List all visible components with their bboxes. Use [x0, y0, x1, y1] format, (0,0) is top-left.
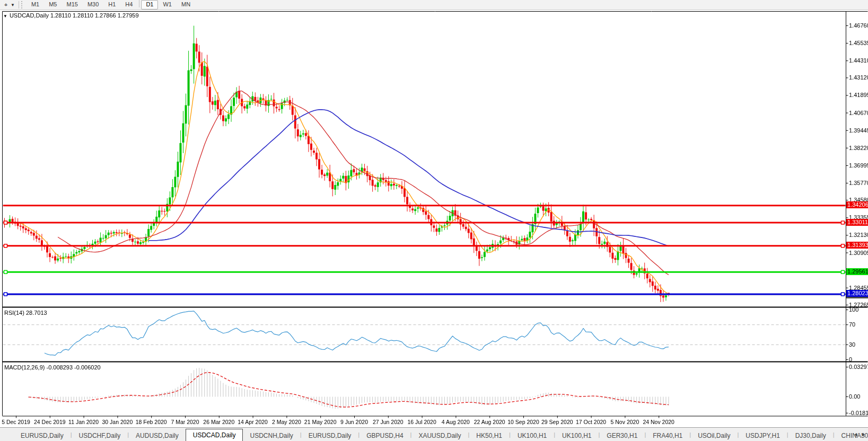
price-axis-label: 1.36995	[849, 162, 868, 169]
level-price-badge: 1.29561	[846, 268, 868, 275]
price-axis-label: 1.32130	[849, 232, 868, 238]
chart-tab-fra40-h1[interactable]: FRA40,H1	[646, 430, 689, 441]
timeframe-button-h4[interactable]: H4	[120, 0, 137, 10]
rsi-axis-label: 70	[849, 321, 855, 328]
price-axis-label: 1.45535	[849, 40, 868, 46]
chart-tab-eurusd-daily[interactable]: EURUSD,Daily	[302, 430, 358, 441]
macd-axis-label: 0.032972	[849, 364, 868, 370]
date-axis-label: 18 Feb 2020	[136, 419, 167, 425]
chart-tab-ger30-h1[interactable]: GER30,H1	[600, 430, 644, 441]
date-axis-label: 17 Oct 2020	[576, 419, 606, 425]
chart-tab-usdcnh-daily[interactable]: USDCNH,Daily	[243, 430, 300, 441]
chart-title-text: USDCAD,Daily 1.28110 1.28110 1.27866 1.2…	[10, 12, 139, 19]
timeframe-button-m5[interactable]: M5	[44, 0, 62, 10]
date-axis-label: 22 Aug 2020	[474, 419, 505, 425]
price-axis-label: 1.43120	[849, 74, 868, 81]
rsi-axis-label: 0	[849, 356, 852, 363]
chart-tab-uk100-h1[interactable]: UK100,H1	[511, 430, 554, 441]
macd-axis-label: -0.018154	[849, 410, 868, 416]
price-chart-canvas[interactable]	[0, 0, 868, 441]
date-axis-label: 11 Jan 2020	[68, 419, 99, 425]
level-price-badge: 1.28023	[846, 290, 868, 297]
timeframe-button-w1[interactable]: W1	[158, 0, 177, 10]
chart-tab-xauusd-daily[interactable]: XAUUSD,Daily	[411, 430, 468, 441]
timeframe-button-m30[interactable]: M30	[83, 0, 103, 10]
chart-title: ▼USDCAD,Daily 1.28110 1.28110 1.27866 1.…	[3, 12, 139, 19]
mt4-terminal: { "toolbar": { "tool_icon": "chart-curso…	[0, 0, 868, 441]
price-axis-label: 1.40670	[849, 110, 868, 116]
date-axis-label: 29 Sep 2020	[541, 419, 573, 425]
chart-collapse-icon[interactable]: ▼	[3, 14, 7, 19]
date-axis-label: 14 Apr 2020	[238, 419, 268, 425]
toolbar-grip	[21, 1, 24, 8]
macd-axis-label: 0.00	[849, 393, 860, 400]
toolbar-separator	[19, 1, 19, 8]
date-axis-label: 16 Jul 2020	[407, 419, 436, 425]
timeframe-buttons: M1M5M15M30H1H4D1W1MN	[27, 0, 195, 10]
timeframe-button-mn[interactable]: MN	[177, 0, 195, 10]
tab-scroll-right-icon[interactable]: ▸	[862, 431, 865, 437]
level-price-badge: 1.33011	[846, 219, 868, 226]
price-axis-label: 1.44310	[849, 57, 868, 64]
chart-tab-usdchf-daily[interactable]: USDCHF,Daily	[72, 430, 128, 441]
chart-tab-eurusd-daily[interactable]: EURUSD,Daily	[14, 430, 71, 441]
timeframe-button-m1[interactable]: M1	[27, 0, 44, 10]
timeframe-button-d1[interactable]: D1	[141, 0, 158, 10]
tab-scroll-arrows: ◂ ▸	[851, 431, 865, 438]
chart-tab-usdjpy-h1[interactable]: USDJPY,H1	[739, 430, 786, 441]
price-axis-label: 1.39445	[849, 127, 868, 134]
chart-tab-usdcad-daily[interactable]: USDCAD,Daily	[186, 429, 243, 441]
chart-tab-audusd-daily[interactable]: AUDUSD,Daily	[129, 430, 186, 441]
rsi-indicator-label: RSI(14) 28.7013	[4, 310, 47, 316]
price-axis-label: 1.30905	[849, 250, 868, 256]
date-axis-label: 30 Jan 2020	[102, 419, 133, 425]
chart-tab-uk100-h1[interactable]: UK100,H1	[555, 430, 598, 441]
date-axis-label: 5 Nov 2020	[611, 419, 639, 425]
tab-scroll-left-icon[interactable]: ◂	[854, 431, 857, 437]
date-axis-label: 10 Sep 2020	[507, 419, 539, 425]
timeframe-button-h1[interactable]: H1	[103, 0, 120, 10]
chevron-down-icon[interactable]: ▼	[11, 3, 15, 7]
chart-cursor-icon[interactable]: ⌖	[2, 1, 10, 8]
date-axis-label: 2 May 2020	[272, 419, 301, 425]
date-axis-label: 27 Jun 2020	[373, 419, 404, 425]
level-price-badge: 1.31393	[846, 242, 868, 249]
price-axis-label: 1.41895	[849, 92, 868, 98]
chart-tab-dj30-daily[interactable]: DJ30,Daily	[788, 430, 833, 441]
date-axis-label: 7 Mar 2020	[171, 419, 199, 425]
price-axis-label: 1.46760	[849, 22, 868, 29]
date-axis-label: 24 Dec 2019	[34, 419, 66, 425]
date-axis-label: 5 Dec 2019	[2, 419, 30, 425]
date-axis-label: 21 May 2020	[304, 419, 337, 425]
level-price-badge: 1.34206	[846, 201, 868, 208]
price-axis-label: 1.38220	[849, 145, 868, 151]
chart-tab-usoil-daily[interactable]: USOil,Daily	[691, 430, 737, 441]
date-axis-label: 26 Mar 2020	[203, 419, 234, 425]
timeframe-toolbar: ⌖ ▼ M1M5M15M30H1H4D1W1MN	[0, 0, 868, 10]
date-axis-label: 9 Jun 2020	[340, 419, 368, 425]
macd-indicator-label: MACD(12,26,9) -0.008293 -0.006020	[4, 364, 101, 371]
timeframe-button-m15[interactable]: M15	[62, 0, 82, 10]
rsi-axis-label: 30	[849, 341, 855, 348]
date-axis-label: 4 Aug 2020	[442, 419, 470, 425]
date-axis-label: 24 Nov 2020	[643, 419, 674, 425]
chart-tab-bar: EURUSD,Daily|USDCHF,Daily|AUDUSD,DailyUS…	[0, 427, 868, 441]
toolbar-separator	[139, 0, 139, 7]
price-axis-label: 1.35770	[849, 180, 868, 186]
chart-tab-hk50-h1[interactable]: HK50,H1	[469, 430, 509, 441]
rsi-axis-label: 100	[849, 306, 858, 313]
chart-tab-gbpusd-h4[interactable]: GBPUSD,H4	[360, 430, 410, 441]
